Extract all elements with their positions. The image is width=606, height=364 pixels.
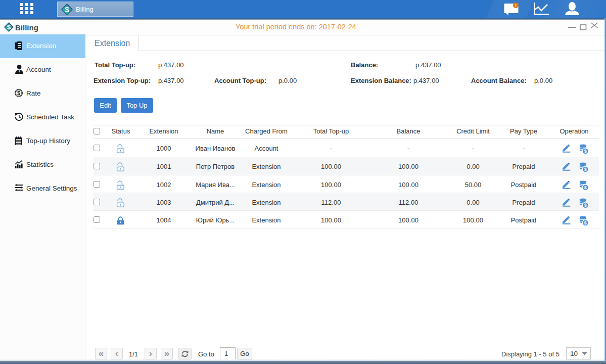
svg-text:$: $ — [65, 5, 69, 13]
svg-text:$: $ — [17, 90, 20, 96]
svg-text:$: $ — [7, 24, 11, 31]
